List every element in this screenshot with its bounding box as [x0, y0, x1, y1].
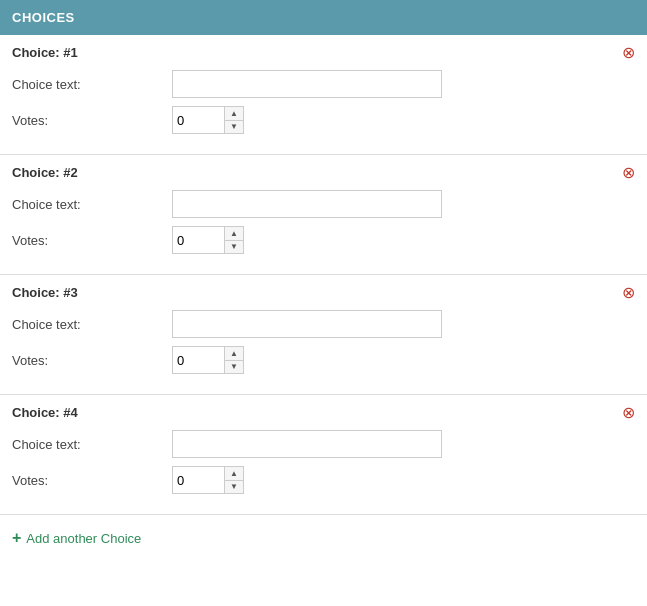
remove-choice-4-button[interactable]: ⊗ [622, 405, 635, 421]
choice-title-4: Choice: #4 [12, 405, 635, 420]
choice-block-2: Choice: #2 ⊗ Choice text: Votes: ▲ ▼ [0, 155, 647, 275]
votes-label-4: Votes: [12, 473, 172, 488]
votes-row-2: Votes: ▲ ▼ [12, 226, 635, 254]
choice-text-label-3: Choice text: [12, 317, 172, 332]
votes-label-2: Votes: [12, 233, 172, 248]
votes-number-container-3: ▲ ▼ [172, 346, 244, 374]
choice-text-row-3: Choice text: [12, 310, 635, 338]
choice-text-row-1: Choice text: [12, 70, 635, 98]
votes-spin-up-3[interactable]: ▲ [225, 347, 243, 361]
remove-choice-3-button[interactable]: ⊗ [622, 285, 635, 301]
votes-label-1: Votes: [12, 113, 172, 128]
votes-spin-up-1[interactable]: ▲ [225, 107, 243, 121]
choice-text-input-2[interactable] [172, 190, 442, 218]
votes-input-3[interactable] [172, 346, 224, 374]
choice-text-row-4: Choice text: [12, 430, 635, 458]
votes-spin-up-2[interactable]: ▲ [225, 227, 243, 241]
votes-spin-down-1[interactable]: ▼ [225, 121, 243, 134]
choice-text-label-2: Choice text: [12, 197, 172, 212]
votes-spinners-4: ▲ ▼ [224, 466, 244, 494]
votes-spin-down-3[interactable]: ▼ [225, 361, 243, 374]
choice-text-label-4: Choice text: [12, 437, 172, 452]
choice-title-3: Choice: #3 [12, 285, 635, 300]
plus-icon: + [12, 529, 21, 547]
choices-container: Choice: #1 ⊗ Choice text: Votes: ▲ ▼ Cho… [0, 35, 647, 515]
add-choice-link[interactable]: + Add another Choice [0, 515, 647, 561]
choices-title: CHOICES [12, 10, 75, 25]
votes-input-2[interactable] [172, 226, 224, 254]
choice-title-2: Choice: #2 [12, 165, 635, 180]
votes-label-3: Votes: [12, 353, 172, 368]
choice-text-label-1: Choice text: [12, 77, 172, 92]
remove-choice-2-button[interactable]: ⊗ [622, 165, 635, 181]
votes-number-container-2: ▲ ▼ [172, 226, 244, 254]
votes-spinners-2: ▲ ▼ [224, 226, 244, 254]
choice-block-4: Choice: #4 ⊗ Choice text: Votes: ▲ ▼ [0, 395, 647, 515]
remove-choice-1-button[interactable]: ⊗ [622, 45, 635, 61]
choices-header: CHOICES [0, 0, 647, 35]
votes-spinners-1: ▲ ▼ [224, 106, 244, 134]
votes-row-4: Votes: ▲ ▼ [12, 466, 635, 494]
votes-row-1: Votes: ▲ ▼ [12, 106, 635, 134]
choice-text-input-1[interactable] [172, 70, 442, 98]
choice-block-3: Choice: #3 ⊗ Choice text: Votes: ▲ ▼ [0, 275, 647, 395]
choice-text-row-2: Choice text: [12, 190, 635, 218]
votes-spin-up-4[interactable]: ▲ [225, 467, 243, 481]
add-choice-label: Add another Choice [26, 531, 141, 546]
votes-number-container-4: ▲ ▼ [172, 466, 244, 494]
votes-spinners-3: ▲ ▼ [224, 346, 244, 374]
votes-spin-down-2[interactable]: ▼ [225, 241, 243, 254]
votes-input-4[interactable] [172, 466, 224, 494]
choices-section: CHOICES Choice: #1 ⊗ Choice text: Votes:… [0, 0, 647, 561]
choice-block-1: Choice: #1 ⊗ Choice text: Votes: ▲ ▼ [0, 35, 647, 155]
votes-row-3: Votes: ▲ ▼ [12, 346, 635, 374]
votes-input-1[interactable] [172, 106, 224, 134]
votes-spin-down-4[interactable]: ▼ [225, 481, 243, 494]
choice-text-input-3[interactable] [172, 310, 442, 338]
choice-text-input-4[interactable] [172, 430, 442, 458]
choice-title-1: Choice: #1 [12, 45, 635, 60]
votes-number-container-1: ▲ ▼ [172, 106, 244, 134]
